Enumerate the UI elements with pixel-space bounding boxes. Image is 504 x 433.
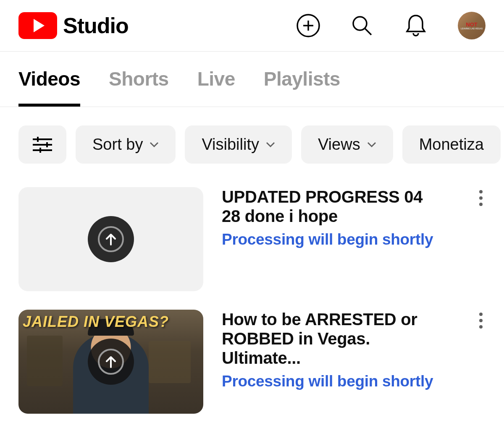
more-options-button[interactable] <box>476 187 486 211</box>
avatar-text-top: NOT <box>466 22 477 27</box>
views-label: Views <box>318 136 360 154</box>
filter-bar: Sort by Visibility Views Monetiza <box>0 107 504 164</box>
more-vertical-icon <box>479 312 483 329</box>
views-filter[interactable]: Views <box>301 125 393 164</box>
svg-point-15 <box>479 319 483 322</box>
video-status: Processing will begin shortly <box>222 231 486 248</box>
header: Studio NOT LEAVING LAS VEGAS <box>0 0 504 52</box>
svg-point-12 <box>479 196 483 200</box>
header-actions: NOT LEAVING LAS VEGAS <box>297 12 486 39</box>
youtube-logo-icon <box>18 12 57 39</box>
video-row: JAILED IN VEGAS? How to be ARRESTED or R… <box>18 310 486 414</box>
filter-settings-button[interactable] <box>18 125 66 164</box>
video-title[interactable]: How to be ARRESTED or ROBBED in Vegas. U… <box>222 310 444 368</box>
more-options-button[interactable] <box>476 310 486 333</box>
svg-point-11 <box>479 190 483 193</box>
video-thumbnail[interactable] <box>18 187 203 291</box>
tab-playlists[interactable]: Playlists <box>264 52 340 107</box>
search-icon <box>351 15 373 37</box>
avatar[interactable]: NOT LEAVING LAS VEGAS <box>458 12 486 39</box>
monetization-filter[interactable]: Monetiza <box>402 125 501 164</box>
svg-point-13 <box>479 203 483 206</box>
video-row: UPDATED PROGRESS 04 28 done i hope Proce… <box>18 187 486 291</box>
upload-indicator <box>88 216 134 262</box>
svg-line-4 <box>365 29 371 35</box>
sort-by-filter[interactable]: Sort by <box>76 125 176 164</box>
video-info: How to be ARRESTED or ROBBED in Vegas. U… <box>222 310 486 414</box>
more-vertical-icon <box>479 190 483 206</box>
upload-arrow-icon <box>105 233 117 245</box>
logo-group[interactable]: Studio <box>18 12 129 39</box>
video-status: Processing will begin shortly <box>222 373 486 390</box>
sliders-icon <box>32 136 53 154</box>
visibility-label: Visibility <box>202 136 259 154</box>
video-list: UPDATED PROGRESS 04 28 done i hope Proce… <box>0 164 504 414</box>
chevron-down-icon <box>367 142 376 148</box>
plus-circle-icon <box>297 14 320 37</box>
chevron-down-icon <box>266 142 275 148</box>
brand-text: Studio <box>63 13 129 38</box>
search-button[interactable] <box>350 14 374 37</box>
upload-indicator <box>88 339 134 385</box>
tab-shorts[interactable]: Shorts <box>109 52 169 107</box>
visibility-filter[interactable]: Visibility <box>185 125 292 164</box>
video-title[interactable]: UPDATED PROGRESS 04 28 done i hope <box>222 187 444 226</box>
tab-live[interactable]: Live <box>197 52 235 107</box>
sort-by-label: Sort by <box>92 136 143 154</box>
upload-arrow-icon <box>105 355 117 368</box>
notifications-button[interactable] <box>404 14 428 37</box>
monetization-label: Monetiza <box>419 136 484 154</box>
svg-point-14 <box>479 313 483 316</box>
create-button[interactable] <box>297 14 320 37</box>
thumbnail-overlay-text: JAILED IN VEGAS? <box>23 313 169 331</box>
avatar-text-bottom: LEAVING LAS VEGAS <box>461 28 483 30</box>
video-info: UPDATED PROGRESS 04 28 done i hope Proce… <box>222 187 486 291</box>
content-tabs: Videos Shorts Live Playlists <box>0 52 504 107</box>
bell-icon <box>405 14 426 37</box>
chevron-down-icon <box>150 142 159 148</box>
svg-point-3 <box>353 17 367 30</box>
svg-point-16 <box>479 325 483 329</box>
video-thumbnail[interactable]: JAILED IN VEGAS? <box>18 310 203 414</box>
tab-videos[interactable]: Videos <box>18 52 80 107</box>
